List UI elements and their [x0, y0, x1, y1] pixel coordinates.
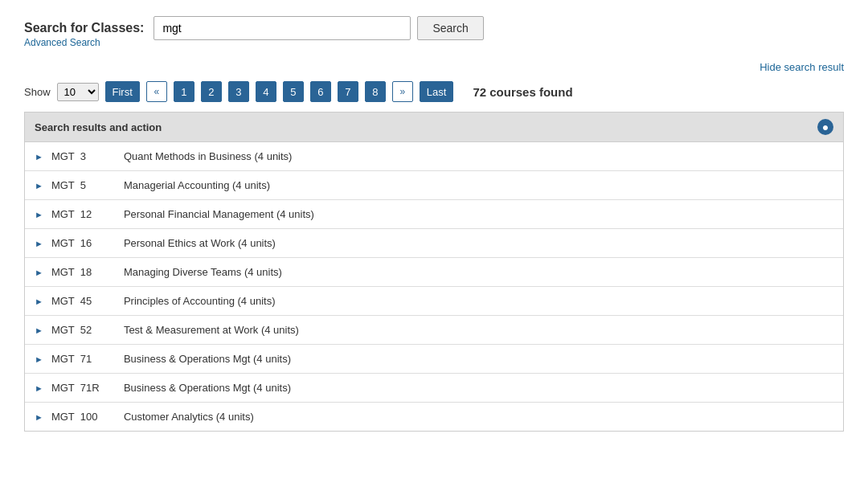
next-nav-button[interactable]: » — [392, 81, 413, 102]
prev-nav-button[interactable]: « — [146, 81, 167, 102]
show-select[interactable]: 10 25 50 100 — [57, 83, 99, 101]
table-row[interactable]: ► MGT 52 Test & Measurement at Work (4 u… — [25, 316, 843, 345]
last-page-button[interactable]: Last — [420, 81, 454, 102]
course-code: MGT 5 — [51, 179, 124, 191]
course-code: MGT 100 — [51, 411, 124, 423]
course-name: Business & Operations Mgt (4 units) — [124, 353, 291, 365]
page-btn-3[interactable]: 3 — [228, 81, 249, 102]
row-expand-icon: ► — [35, 383, 43, 393]
row-expand-icon: ► — [35, 268, 43, 277]
search-input[interactable] — [154, 16, 411, 40]
row-expand-icon: ► — [35, 152, 43, 162]
course-name: Personal Financial Management (4 units) — [124, 208, 314, 220]
table-row[interactable]: ► MGT 5 Managerial Accounting (4 units) — [25, 171, 843, 200]
course-name: Test & Measurement at Work (4 units) — [124, 324, 299, 336]
advanced-search-link[interactable]: Advanced Search — [24, 37, 144, 48]
show-label: Show — [24, 86, 51, 98]
first-page-button[interactable]: First — [105, 81, 140, 102]
pagination-row: Show 10 25 50 100 First « 1 2 3 4 5 6 7 … — [24, 81, 844, 102]
search-input-area: Search — [154, 16, 483, 40]
course-code: MGT 12 — [51, 208, 124, 220]
row-expand-icon: ► — [35, 181, 43, 190]
course-name: Managing Diverse Teams (4 units) — [124, 266, 282, 278]
page-btn-8[interactable]: 8 — [365, 81, 386, 102]
row-expand-icon: ► — [35, 297, 43, 306]
results-header: Search results and action ● — [25, 113, 843, 142]
page-btn-7[interactable]: 7 — [338, 81, 358, 102]
course-name: Customer Analytics (4 units) — [124, 411, 254, 423]
row-expand-icon: ► — [35, 210, 43, 219]
row-expand-icon: ► — [35, 325, 43, 335]
page-btn-6[interactable]: 6 — [310, 81, 331, 102]
page-btn-1[interactable]: 1 — [174, 81, 194, 102]
results-table: Search results and action ● ► MGT 3 Quan… — [24, 112, 844, 432]
table-row[interactable]: ► MGT 71 Business & Operations Mgt (4 un… — [25, 345, 843, 374]
course-name: Quant Methods in Business (4 units) — [124, 150, 293, 162]
page-btn-2[interactable]: 2 — [201, 81, 222, 102]
search-label: Search for Classes: — [24, 16, 144, 35]
table-row[interactable]: ► MGT 3 Quant Methods in Business (4 uni… — [25, 142, 843, 171]
results-header-label: Search results and action — [35, 121, 162, 133]
course-code: MGT 52 — [51, 324, 124, 336]
course-name: Personal Ethics at Work (4 units) — [124, 237, 276, 249]
table-row[interactable]: ► MGT 45 Principles of Accounting (4 uni… — [25, 287, 843, 316]
table-row[interactable]: ► MGT 16 Personal Ethics at Work (4 unit… — [25, 229, 843, 258]
table-row[interactable]: ► MGT 71R Business & Operations Mgt (4 u… — [25, 374, 843, 403]
search-header: Search for Classes: Advanced Search Sear… — [24, 16, 844, 48]
course-name: Principles of Accounting (4 units) — [124, 295, 276, 307]
page-btn-5[interactable]: 5 — [283, 81, 304, 102]
course-name: Business & Operations Mgt (4 units) — [124, 382, 291, 394]
results-action-icon[interactable]: ● — [817, 119, 833, 135]
course-name: Managerial Accounting (4 units) — [124, 179, 270, 191]
course-code: MGT 45 — [51, 295, 124, 307]
search-button[interactable]: Search — [417, 16, 483, 40]
hide-search-result-link[interactable]: Hide search result — [24, 61, 844, 73]
course-code: MGT 71 — [51, 353, 124, 365]
course-code: MGT 71R — [51, 382, 124, 394]
courses-found: 72 courses found — [473, 85, 572, 99]
table-row[interactable]: ► MGT 18 Managing Diverse Teams (4 units… — [25, 258, 843, 287]
table-row[interactable]: ► MGT 100 Customer Analytics (4 units) — [25, 403, 843, 431]
row-expand-icon: ► — [35, 239, 43, 248]
course-rows-container: ► MGT 3 Quant Methods in Business (4 uni… — [25, 142, 843, 431]
page-btn-4[interactable]: 4 — [256, 81, 276, 102]
table-row[interactable]: ► MGT 12 Personal Financial Management (… — [25, 200, 843, 229]
row-expand-icon: ► — [35, 412, 43, 422]
row-expand-icon: ► — [35, 354, 43, 364]
left-search-col: Search for Classes: Advanced Search — [24, 16, 144, 48]
course-code: MGT 18 — [51, 266, 124, 278]
course-code: MGT 16 — [51, 237, 124, 249]
course-code: MGT 3 — [51, 150, 124, 162]
